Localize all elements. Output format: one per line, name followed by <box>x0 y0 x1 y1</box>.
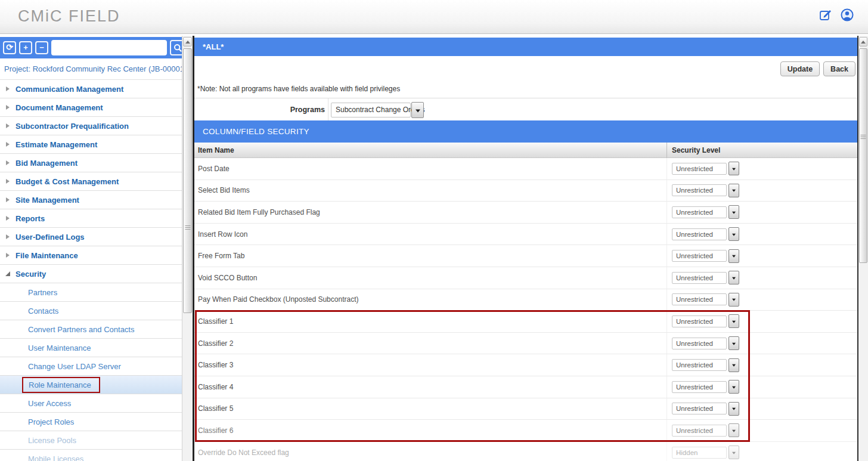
security-level-select[interactable]: Unrestricted <box>672 293 727 305</box>
security-level-select[interactable]: Unrestricted <box>672 184 727 196</box>
main-panel: *ALL* Update Back *Note: Not all program… <box>194 36 857 461</box>
sidebar-item-mobile-licenses[interactable]: Mobile Licenses <box>0 450 182 461</box>
security-level-select[interactable]: Unrestricted <box>672 206 727 218</box>
sidebar-item-contacts[interactable]: Contacts <box>0 302 182 320</box>
item-name-cell: Free Form Tab <box>198 252 244 260</box>
sidebar-item-label: License Pools <box>28 436 76 445</box>
table-row-classifier-1: Classifier 1Unrestricted <box>194 311 857 333</box>
security-level-select[interactable]: Unrestricted <box>672 228 727 240</box>
dropdown-arrow-icon[interactable] <box>728 271 739 284</box>
security-level-select[interactable]: Unrestricted <box>672 272 727 284</box>
cmic-field-window: CMiC FIELD ⟳ + − <box>0 0 868 461</box>
back-button[interactable]: Back <box>823 61 855 76</box>
main-scrollbar[interactable] <box>858 36 868 461</box>
scrollbar-grip[interactable] <box>185 225 190 230</box>
security-level-cell: Unrestricted <box>666 180 857 202</box>
collapsed-node-icon[interactable] <box>5 197 11 203</box>
sidebar-item-reports[interactable]: Reports <box>0 209 182 228</box>
sidebar-item-project-roles[interactable]: Project Roles <box>0 413 182 431</box>
sidebar-item-user-access[interactable]: User Access <box>0 394 182 413</box>
dropdown-arrow-icon[interactable] <box>728 293 739 307</box>
collapsed-node-icon[interactable] <box>5 215 11 221</box>
search-input[interactable] <box>51 40 167 55</box>
item-name-cell: Classifier 2 <box>198 339 233 348</box>
scrollbar-thumb[interactable] <box>859 48 867 263</box>
scrollbar-thumb[interactable] <box>183 48 192 313</box>
scroll-up-icon[interactable] <box>183 37 192 47</box>
security-level-cell: Unrestricted <box>666 202 857 223</box>
table-row-classifier-6: Classifier 6Unrestricted <box>194 420 857 442</box>
account-icon[interactable] <box>841 8 854 21</box>
collapsed-node-icon[interactable] <box>5 160 11 166</box>
sidebar-item-file-maintenance[interactable]: File Maintenance <box>0 246 182 265</box>
sidebar-item-estimate-management[interactable]: Estimate Management <box>0 135 182 154</box>
sidebar-item-change-user-ldap-server[interactable]: Change User LDAP Server <box>0 357 182 376</box>
expand-all-icon[interactable]: + <box>19 41 32 54</box>
security-level-select[interactable]: Unrestricted <box>672 359 727 371</box>
sidebar-item-label: Subcontractor Prequalification <box>16 122 129 131</box>
sidebar-item-security[interactable]: Security <box>0 265 182 283</box>
sidebar-item-document-management[interactable]: Document Management <box>0 98 182 117</box>
dropdown-arrow-icon[interactable] <box>411 102 424 118</box>
form-divider <box>328 98 328 120</box>
dropdown-arrow-icon[interactable] <box>728 184 739 197</box>
security-level-select[interactable]: Unrestricted <box>672 403 727 414</box>
dropdown-arrow-icon[interactable] <box>728 445 739 459</box>
security-level-select[interactable]: Unrestricted <box>672 425 727 437</box>
sidebar-item-bid-management[interactable]: Bid Management <box>0 154 182 172</box>
security-level-cell: Unrestricted <box>666 245 857 267</box>
scrollbar-grip[interactable] <box>861 135 866 140</box>
programs-select[interactable]: Subcontract Change Orders <box>331 102 424 118</box>
expanded-node-icon[interactable] <box>5 271 11 277</box>
collapsed-node-icon[interactable] <box>5 104 11 110</box>
security-level-select[interactable]: Unrestricted <box>672 250 727 262</box>
dropdown-arrow-icon[interactable] <box>728 380 739 394</box>
dropdown-arrow-icon[interactable] <box>728 336 739 350</box>
sidebar-item-convert-partners-and-contacts[interactable]: Convert Partners and Contacts <box>0 320 182 339</box>
collapsed-node-icon[interactable] <box>5 123 11 129</box>
sidebar-item-partners[interactable]: Partners <box>0 283 182 302</box>
sidebar-scrollbar[interactable] <box>182 36 193 461</box>
sidebar-item-label: Security <box>16 270 46 279</box>
update-button[interactable]: Update <box>780 61 820 76</box>
sidebar-toolbar: ⟳ + − <box>0 37 182 58</box>
dropdown-arrow-icon[interactable] <box>728 402 739 416</box>
security-level-select[interactable]: Unrestricted <box>672 338 727 349</box>
collapsed-node-icon[interactable] <box>5 178 11 184</box>
collapse-all-icon[interactable]: − <box>35 41 48 54</box>
sidebar-item-subcontractor-prequalification[interactable]: Subcontractor Prequalification <box>0 117 182 135</box>
security-level-select[interactable]: Hidden <box>672 447 727 459</box>
item-name-cell: Related Bid Item Fully Purchased Flag <box>198 208 320 216</box>
sidebar-item-site-management[interactable]: Site Management <box>0 191 182 209</box>
sidebar-item-role-maintenance[interactable]: Role Maintenance <box>0 376 182 394</box>
security-level-select[interactable]: Unrestricted <box>672 381 727 393</box>
collapsed-node-icon[interactable] <box>5 234 11 240</box>
sidebar-item-communication-management[interactable]: Communication Management <box>0 80 182 98</box>
dropdown-arrow-icon[interactable] <box>728 205 739 219</box>
dropdown-arrow-icon[interactable] <box>728 314 739 328</box>
security-level-select[interactable]: Unrestricted <box>672 315 727 327</box>
sidebar-item-user-maintenance[interactable]: User Maintenance <box>0 339 182 357</box>
compose-icon[interactable] <box>819 8 833 21</box>
sidebar-item-license-pools[interactable]: License Pools <box>0 431 182 450</box>
scroll-up-icon[interactable] <box>859 37 867 47</box>
programs-select-value[interactable]: Subcontract Change Orders <box>331 103 411 117</box>
security-level-select[interactable]: Unrestricted <box>672 163 727 175</box>
dropdown-arrow-icon[interactable] <box>728 227 739 241</box>
collapsed-node-icon[interactable] <box>5 141 11 147</box>
dropdown-arrow-icon[interactable] <box>728 249 739 263</box>
security-level-cell: Hidden <box>666 442 857 461</box>
collapsed-node-icon[interactable] <box>5 252 11 258</box>
sidebar-item-budget-cost-management[interactable]: Budget & Cost Management <box>0 172 182 191</box>
dropdown-arrow-icon[interactable] <box>728 358 739 372</box>
refresh-icon[interactable]: ⟳ <box>3 41 16 54</box>
table-row-insert-row-icon: Insert Row IconUnrestricted <box>194 224 857 246</box>
sidebar-item-user-defined-logs[interactable]: User-Defined Logs <box>0 228 182 246</box>
collapsed-node-icon[interactable] <box>5 86 11 92</box>
dropdown-arrow-icon[interactable] <box>728 423 739 437</box>
security-level-cell: Unrestricted <box>666 311 857 332</box>
security-level-cell: Unrestricted <box>666 398 857 420</box>
project-selector[interactable]: Project: Rockford Community Rec Center (… <box>0 58 182 80</box>
dropdown-arrow-icon[interactable] <box>728 162 739 175</box>
search-icon <box>173 44 182 52</box>
